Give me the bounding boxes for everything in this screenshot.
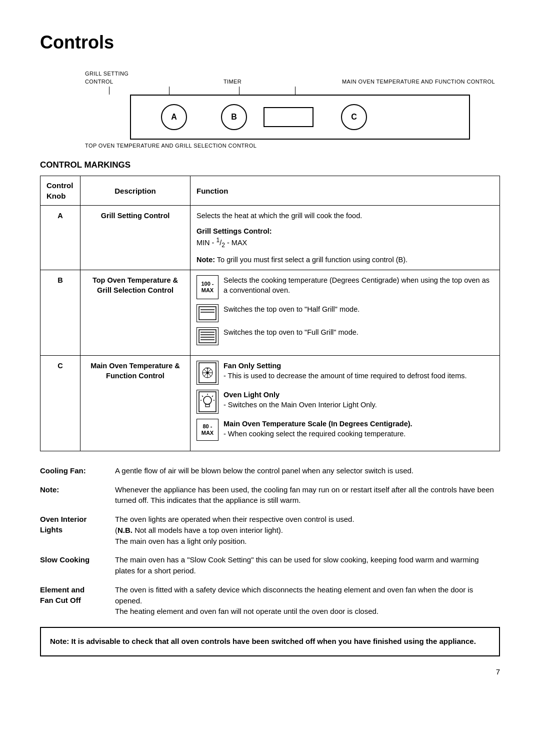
svg-rect-0 bbox=[199, 307, 216, 320]
notes-section: Cooling Fan: A gentle flow of air will b… bbox=[40, 465, 500, 617]
func-b-2: Switches the top oven to "Half Grill" mo… bbox=[196, 304, 494, 322]
knob-label-b: B bbox=[40, 270, 80, 355]
svg-point-14 bbox=[206, 371, 209, 374]
func-b-3: Switches the top oven to "Full Grill" mo… bbox=[196, 327, 494, 345]
col-header-func: Function bbox=[190, 176, 500, 206]
svg-line-19 bbox=[212, 396, 213, 397]
table-row: C Main Oven Temperature &Function Contro… bbox=[40, 355, 500, 451]
note-element-fan: Element andFan Cut Off The oven is fitte… bbox=[40, 584, 500, 617]
col-header-desc: Description bbox=[80, 176, 190, 206]
knob-a: A bbox=[161, 104, 187, 130]
icon-light bbox=[196, 390, 218, 414]
func-a: Selects the heat at which the grill will… bbox=[190, 206, 500, 270]
icon-100-max: 100 -MAX bbox=[196, 275, 218, 299]
func-b-2-text: Switches the top oven to "Half Grill" mo… bbox=[224, 304, 494, 314]
func-c-1-text: Fan Only Setting - This is used to decre… bbox=[224, 361, 494, 381]
knob-b: B bbox=[221, 104, 247, 130]
icon-fan bbox=[196, 361, 218, 385]
func-c-3: 80 -MAX Main Oven Temperature Scale (In … bbox=[196, 419, 494, 441]
icon-80-max: 80 -MAX bbox=[196, 419, 218, 441]
page-number: 7 bbox=[40, 666, 500, 677]
note-note: Note: Whenever the appliance has been us… bbox=[40, 484, 500, 506]
func-c-1: Fan Only Setting - This is used to decre… bbox=[196, 361, 494, 385]
func-c-3-text: Main Oven Temperature Scale (In Degrees … bbox=[224, 419, 494, 439]
svg-rect-3 bbox=[199, 330, 216, 343]
knob-label-c: C bbox=[40, 355, 80, 451]
desc-c: Main Oven Temperature &Function Control bbox=[80, 355, 190, 451]
table-row: A Grill Setting Control Selects the heat… bbox=[40, 206, 500, 270]
func-b-1-text: Selects the cooking temperature (Degrees… bbox=[224, 275, 494, 296]
func-c-2-text: Oven Light Only - Switches on the Main O… bbox=[224, 390, 494, 410]
diagram: GRILL SETTING CONTROL TIMER MAIN OVEN TE… bbox=[40, 70, 500, 150]
desc-a: Grill Setting Control bbox=[80, 206, 190, 270]
page-title: Controls bbox=[40, 30, 500, 55]
label-a: GRILL SETTING CONTROL bbox=[85, 70, 142, 86]
col-header-knob: Control Knob bbox=[40, 176, 80, 206]
func-c-2: Oven Light Only - Switches on the Main O… bbox=[196, 390, 494, 414]
label-c: MAIN OVEN TEMPERATURE AND FUNCTION CONTR… bbox=[265, 78, 500, 86]
func-c: Fan Only Setting - This is used to decre… bbox=[190, 355, 500, 451]
svg-point-16 bbox=[204, 396, 212, 404]
func-a-1: Selects the heat at which the grill will… bbox=[196, 211, 494, 221]
note-cooling-fan: Cooling Fan: A gentle flow of air will b… bbox=[40, 465, 500, 476]
note-slow-cooking: Slow Cooking The main oven has a "Slow C… bbox=[40, 554, 500, 576]
func-a-2: Grill Settings Control: MIN - 1/2 - MAX bbox=[196, 226, 494, 250]
label-timer: TIMER bbox=[200, 78, 265, 86]
icon-half-grill bbox=[196, 304, 218, 322]
note-oven-interior: Oven InteriorLights The oven lights are … bbox=[40, 514, 500, 546]
bottom-note: Note: It is advisable to check that all … bbox=[40, 627, 500, 656]
func-a-3: Note: To grill you must first select a g… bbox=[196, 255, 494, 265]
svg-line-20 bbox=[202, 396, 203, 397]
func-b-1: 100 -MAX Selects the cooking temperature… bbox=[196, 275, 494, 299]
table-row: B Top Oven Temperature &Grill Selection … bbox=[40, 270, 500, 355]
control-markings-table: Control Knob Description Function A Gril… bbox=[40, 176, 500, 451]
diagram-bottom-label: TOP OVEN TEMPERATURE AND GRILL SELECTION… bbox=[40, 142, 500, 150]
knob-label-a: A bbox=[40, 206, 80, 270]
icon-full-grill bbox=[196, 327, 218, 345]
knob-c: C bbox=[341, 104, 367, 130]
func-b-3-text: Switches the top oven to "Full Grill" mo… bbox=[224, 327, 494, 337]
diagram-box: A B C bbox=[130, 95, 470, 140]
section-heading: CONTROL MARKINGS bbox=[40, 159, 500, 171]
desc-b: Top Oven Temperature &Grill Selection Co… bbox=[80, 270, 190, 355]
timer-display bbox=[264, 107, 314, 127]
func-b: 100 -MAX Selects the cooking temperature… bbox=[190, 270, 500, 355]
